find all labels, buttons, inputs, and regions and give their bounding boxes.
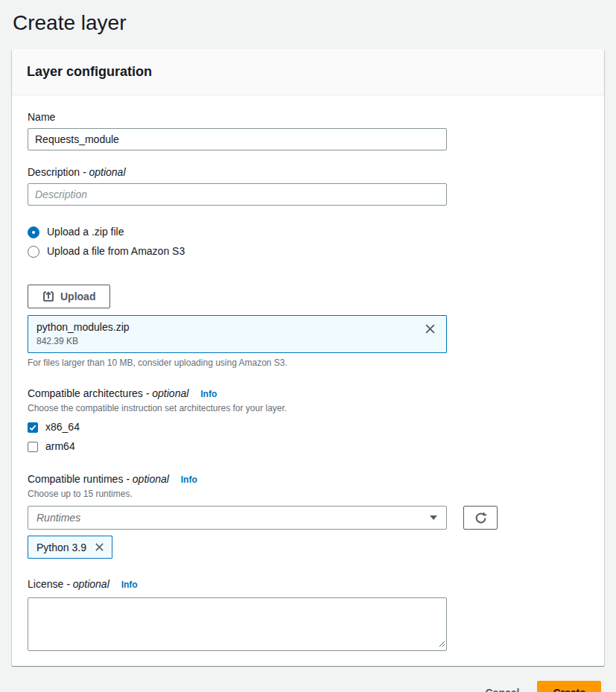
license-label: License - optional Info [28,577,589,591]
refresh-runtimes-button[interactable] [463,506,498,530]
runtime-token-label: Python 3.9 [36,542,86,553]
create-button[interactable]: Create [537,681,601,692]
runtimes-label-text: Compatible runtimes [28,473,123,485]
license-textarea-wrapper [28,597,447,651]
file-size-hint: For files larger than 10 MB, consider up… [28,358,589,369]
architectures-label: Compatible architectures - optional Info [28,387,589,401]
radio-upload-s3[interactable]: Upload a file from Amazon S3 [28,245,589,258]
upload-source-radio-group: Upload a .zip file Upload a file from Am… [28,226,589,258]
license-optional-text: - optional [66,578,109,590]
file-size: 842.39 KB [36,335,130,347]
upload-icon [42,291,54,302]
refresh-icon [474,512,487,524]
panel-title: Layer configuration [27,64,589,80]
panel-header: Layer configuration [12,49,604,95]
radio-upload-zip[interactable]: Upload a .zip file [28,226,589,238]
close-icon[interactable] [423,320,437,337]
description-label: Description - optional [28,165,589,179]
license-label-text: License [28,578,63,590]
architectures-info-link[interactable]: Info [200,389,217,399]
radio-unselected-icon [28,246,39,258]
architectures-label-text: Compatible architectures [28,387,143,399]
runtimes-select-row: Runtimes [28,506,589,530]
runtime-token-python39: Python 3.9 [28,536,112,559]
checkbox-x86-64-label: x86_64 [45,421,80,434]
runtimes-select-placeholder: Runtimes [36,512,80,524]
checkbox-x86-64[interactable]: x86_64 [28,421,589,434]
token-close-icon[interactable] [93,541,106,553]
runtimes-label: Compatible runtimes - optional Info [28,472,589,486]
checkbox-checked-icon [28,422,38,433]
license-info-link[interactable]: Info [121,580,138,590]
architectures-section: Compatible architectures - optional Info… [28,387,589,453]
runtimes-optional-text: - optional [126,473,169,485]
checkbox-arm64-label: arm64 [45,440,75,453]
upload-button[interactable]: Upload [28,285,110,308]
radio-selected-icon [28,226,39,238]
description-input[interactable] [28,183,447,206]
runtimes-info-link[interactable]: Info [181,474,197,485]
license-textarea[interactable] [28,597,447,651]
file-name: python_modules.zip [36,320,130,334]
checkbox-unchecked-icon [28,442,38,452]
license-section: License - optional Info [28,577,589,651]
runtimes-select[interactable]: Runtimes [28,506,447,530]
cancel-button[interactable]: Cancel [477,682,527,692]
layer-configuration-panel: Layer configuration Name Description - o… [12,49,604,666]
runtimes-section: Compatible runtimes - optional Info Choo… [28,472,589,559]
architectures-optional-text: - optional [146,387,189,399]
runtimes-description: Choose up to 15 runtimes. [28,489,589,500]
description-optional-text: - optional [83,166,126,178]
radio-upload-zip-label: Upload a .zip file [47,226,124,238]
name-field-group: Name [28,110,589,150]
architectures-description: Choose the compatible instruction set ar… [28,403,589,414]
checkbox-arm64[interactable]: arm64 [28,440,589,453]
upload-button-label: Upload [60,291,95,302]
radio-upload-s3-label: Upload a file from Amazon S3 [47,245,185,258]
name-input[interactable] [28,128,447,150]
name-label: Name [28,110,589,124]
caret-down-icon [429,515,438,521]
panel-body: Name Description - optional Upload a .zi… [12,95,604,666]
footer-actions: Cancel Create [12,681,601,692]
selected-file-card: python_modules.zip 842.39 KB [28,315,447,353]
description-label-text: Description [28,166,80,178]
file-meta: python_modules.zip 842.39 KB [36,320,130,347]
page-title: Create layer [0,0,616,49]
description-field-group: Description - optional [28,165,589,206]
